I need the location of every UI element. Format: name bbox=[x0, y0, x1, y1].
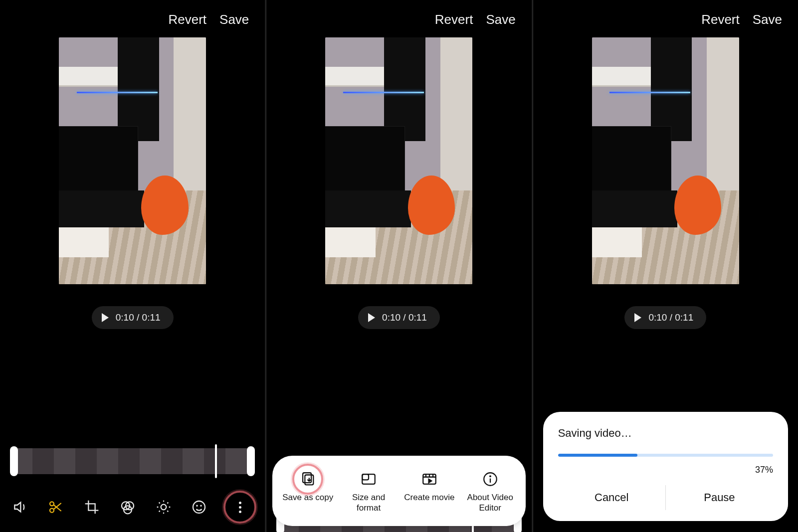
panel-editor-saving: Revert Save 0:10 / 0:11 Saving video… 37… bbox=[533, 0, 798, 532]
playback-bar[interactable]: 0:10 / 0:11 bbox=[358, 306, 440, 329]
volume-icon[interactable] bbox=[12, 499, 28, 515]
crop-rotate-icon[interactable] bbox=[84, 499, 100, 515]
create-movie-icon bbox=[421, 471, 438, 488]
svg-point-15 bbox=[490, 476, 491, 477]
svg-point-5 bbox=[161, 505, 166, 510]
save-as-copy-icon bbox=[299, 471, 316, 488]
progress-percent-label: 37% bbox=[558, 465, 773, 475]
video-preview bbox=[592, 37, 739, 284]
option-label: Size and format bbox=[341, 493, 396, 513]
revert-button[interactable]: Revert bbox=[168, 12, 206, 27]
dialog-button-row: Cancel Pause bbox=[558, 485, 773, 510]
option-save-as-copy[interactable]: Save as copy bbox=[280, 471, 335, 503]
saving-dialog-title: Saving video… bbox=[558, 427, 773, 440]
video-preview[interactable] bbox=[59, 37, 206, 284]
filters-icon[interactable] bbox=[120, 499, 136, 515]
play-icon bbox=[102, 313, 109, 322]
option-label: Save as copy bbox=[282, 493, 333, 503]
option-label: About Video Editor bbox=[463, 493, 518, 513]
video-preview[interactable] bbox=[325, 37, 472, 284]
trim-filmstrip[interactable] bbox=[11, 448, 254, 474]
playback-bar[interactable]: 0:10 / 0:11 bbox=[92, 306, 174, 329]
svg-rect-12 bbox=[362, 474, 369, 480]
editor-toolbar bbox=[0, 474, 265, 532]
svg-point-7 bbox=[197, 506, 198, 506]
option-create-movie[interactable]: Create movie bbox=[402, 471, 457, 503]
save-button[interactable]: Save bbox=[219, 12, 249, 27]
panel-editor-main: Revert Save 0:10 / 0:11 bbox=[0, 0, 265, 532]
playback-time: 0:10 / 0:11 bbox=[648, 312, 693, 323]
more-icon bbox=[239, 502, 241, 513]
filmstrip-playhead[interactable] bbox=[215, 444, 217, 478]
more-options-button[interactable] bbox=[227, 494, 253, 520]
info-icon bbox=[482, 471, 499, 488]
playback-time: 0:10 / 0:11 bbox=[116, 312, 161, 323]
pause-button[interactable]: Pause bbox=[666, 485, 773, 510]
progress-bar bbox=[558, 454, 773, 457]
video-preview-area: 0:10 / 0:11 bbox=[0, 32, 265, 425]
progress-bar-fill bbox=[558, 454, 638, 457]
option-label: Create movie bbox=[404, 493, 454, 503]
filmstrip-thumbnails bbox=[11, 448, 254, 474]
smiley-icon[interactable] bbox=[191, 499, 207, 515]
size-format-icon bbox=[360, 471, 377, 488]
playback-time: 0:10 / 0:11 bbox=[382, 312, 427, 323]
option-size-format[interactable]: Size and format bbox=[341, 471, 396, 513]
more-options-sheet: Save as copy Size and format Create movi… bbox=[272, 456, 525, 526]
play-icon bbox=[368, 313, 375, 322]
trim-handle-end[interactable] bbox=[247, 446, 255, 476]
cancel-button[interactable]: Cancel bbox=[558, 485, 665, 510]
option-about-video-editor[interactable]: About Video Editor bbox=[463, 471, 518, 513]
save-button[interactable]: Save bbox=[753, 12, 782, 27]
brightness-icon[interactable] bbox=[156, 499, 172, 515]
editor-header: Revert Save bbox=[533, 0, 798, 32]
svg-point-6 bbox=[193, 501, 205, 513]
video-preview-area: 0:10 / 0:11 bbox=[266, 32, 531, 483]
play-icon bbox=[634, 313, 641, 322]
revert-button[interactable]: Revert bbox=[701, 12, 740, 27]
revert-button[interactable]: Revert bbox=[435, 12, 473, 27]
scissors-icon[interactable] bbox=[48, 499, 64, 515]
panel-editor-options-sheet: Revert Save 0:10 / 0:11 Save as copy bbox=[266, 0, 531, 532]
svg-point-8 bbox=[201, 506, 201, 506]
saving-dialog: Saving video… 37% Cancel Pause bbox=[543, 412, 788, 521]
trim-handle-start[interactable] bbox=[10, 446, 18, 476]
save-button[interactable]: Save bbox=[486, 12, 515, 27]
editor-header: Revert Save bbox=[266, 0, 531, 32]
editor-header: Revert Save bbox=[0, 0, 265, 32]
playback-bar: 0:10 / 0:11 bbox=[624, 306, 706, 329]
